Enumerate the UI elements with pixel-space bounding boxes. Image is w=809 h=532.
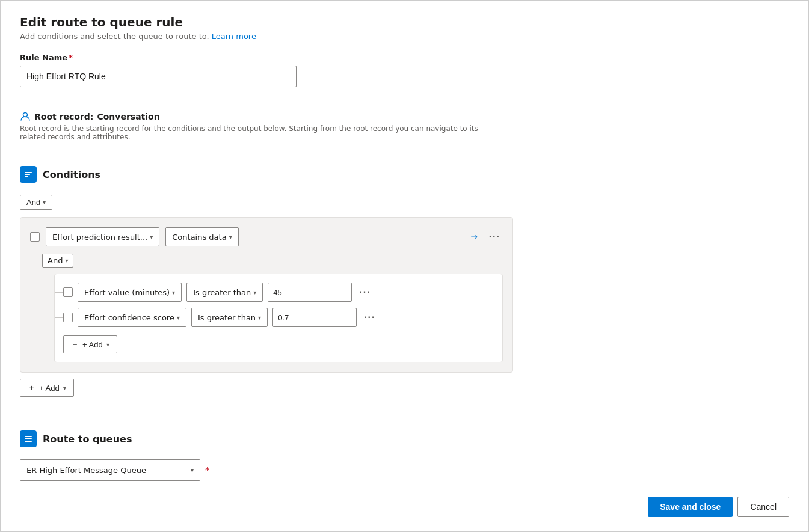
svg-rect-5 <box>25 438 32 439</box>
outer-add-plus-icon: ＋ <box>28 382 35 393</box>
inner-conditions-wrapper: And ▾ Effort value (minutes) ▾ <box>42 254 503 362</box>
root-record-icon <box>20 111 31 122</box>
effort-confidence-dropdown[interactable]: Effort confidence score ▾ <box>78 308 186 327</box>
svg-rect-6 <box>25 441 32 442</box>
rule-name-section: Rule Name* <box>20 53 789 87</box>
root-record-desc: Root record is the starting record for t… <box>20 124 501 141</box>
effort-confidence-chevron-icon: ▾ <box>177 314 180 321</box>
route-queues-section: Route to queues ER High Effort Message Q… <box>20 430 789 481</box>
outer-add-chevron-icon: ▾ <box>63 385 66 391</box>
outer-and-chevron-icon: ▾ <box>43 199 46 206</box>
effort-prediction-dropdown[interactable]: Effort prediction result... ▾ <box>46 227 159 246</box>
route-queues-icon-box <box>20 430 37 447</box>
greater-than-dropdown-2[interactable]: Is greater than ▾ <box>191 308 268 327</box>
condition2-more-button[interactable]: ··· <box>361 310 378 325</box>
page-header: Edit route to queue rule Add conditions … <box>20 15 789 53</box>
root-record-header: Root record: Conversation <box>20 111 789 122</box>
condition1-more-button[interactable]: ··· <box>357 284 373 300</box>
footer-buttons: Save and close Cancel <box>648 497 789 517</box>
svg-rect-1 <box>25 172 32 173</box>
page-subtitle: Add conditions and select the queue to r… <box>20 32 789 41</box>
svg-rect-4 <box>25 436 32 437</box>
outer-condition-box: Effort prediction result... ▾ Contains d… <box>20 217 513 373</box>
effort-value-chevron-icon: ▾ <box>172 289 175 296</box>
inner-and-button[interactable]: And ▾ <box>42 254 73 268</box>
expand-icon: ↗ <box>469 231 481 243</box>
page-container: Edit route to queue rule Add conditions … <box>0 0 809 532</box>
inner-add-chevron-icon: ▾ <box>106 341 109 348</box>
conditions-icon-box <box>20 166 37 183</box>
greater-than-2-chevron-icon: ▾ <box>258 314 261 321</box>
inner-and-chevron-icon: ▾ <box>65 257 68 264</box>
condition1-more-dots-icon: ··· <box>359 287 371 298</box>
root-record-value: Conversation <box>97 112 159 121</box>
conditions-title: Conditions <box>43 169 100 180</box>
route-queues-title: Route to queues <box>43 433 132 445</box>
queue-select-dropdown[interactable]: ER High Effort Message Queue ▾ <box>20 459 200 481</box>
conditions-section: Conditions And ▾ Effort prediction resul… <box>20 166 789 406</box>
more-dots-icon: ··· <box>489 231 500 242</box>
queue-select-chevron-icon: ▾ <box>191 467 194 474</box>
route-queues-header: Route to queues <box>20 430 789 447</box>
greater-than-1-chevron-icon: ▾ <box>253 289 256 296</box>
expand-top-condition-button[interactable]: ↗ <box>469 230 481 244</box>
rule-name-input[interactable] <box>20 66 297 87</box>
root-record-section: Root record: Conversation Root record is… <box>20 111 789 141</box>
save-and-close-button[interactable]: Save and close <box>648 497 733 517</box>
condition-row-2: Effort confidence score ▾ Is greater tha… <box>63 308 494 327</box>
top-condition-row: Effort prediction result... ▾ Contains d… <box>30 227 503 246</box>
top-condition-checkbox[interactable] <box>30 232 40 242</box>
inner-and-box: Effort value (minutes) ▾ Is greater than… <box>54 274 503 362</box>
page-title: Edit route to queue rule <box>20 15 789 29</box>
root-record-label: Root record: <box>34 112 93 121</box>
learn-more-link[interactable]: Learn more <box>212 32 256 41</box>
greater-than-dropdown-1[interactable]: Is greater than ▾ <box>186 283 263 302</box>
conditions-icon <box>23 170 33 179</box>
condition2-more-dots-icon: ··· <box>364 312 375 323</box>
conditions-section-header: Conditions <box>20 166 789 183</box>
condition1-checkbox[interactable] <box>63 287 73 297</box>
effort-prediction-chevron-icon: ▾ <box>150 234 153 240</box>
effort-value-dropdown[interactable]: Effort value (minutes) ▾ <box>78 283 182 302</box>
svg-rect-2 <box>25 174 30 176</box>
inner-add-button[interactable]: ＋ + Add ▾ <box>63 335 117 353</box>
inner-add-plus-icon: ＋ <box>71 339 79 350</box>
contains-data-chevron-icon: ▾ <box>229 234 232 240</box>
route-queues-icon <box>23 434 33 444</box>
contains-data-dropdown[interactable]: Contains data ▾ <box>165 227 238 246</box>
outer-add-button[interactable]: ＋ + Add ▾ <box>20 379 74 397</box>
top-condition-more-button[interactable]: ··· <box>487 229 503 245</box>
svg-rect-3 <box>25 176 28 177</box>
condition2-checkbox[interactable] <box>63 313 73 322</box>
outer-and-button[interactable]: And ▾ <box>20 195 52 210</box>
divider-1 <box>20 156 789 156</box>
rule-name-label: Rule Name* <box>20 53 789 62</box>
queue-required-indicator: * <box>205 465 209 475</box>
condition1-value-input[interactable] <box>268 283 352 302</box>
condition-row-1: Effort value (minutes) ▾ Is greater than… <box>63 283 494 302</box>
conditions-area: And ▾ Effort prediction result... ▾ Cont… <box>20 195 789 397</box>
cancel-button[interactable]: Cancel <box>737 497 789 517</box>
queue-selector-row: ER High Effort Message Queue ▾ * <box>20 459 789 481</box>
condition2-value-input[interactable] <box>272 308 357 327</box>
